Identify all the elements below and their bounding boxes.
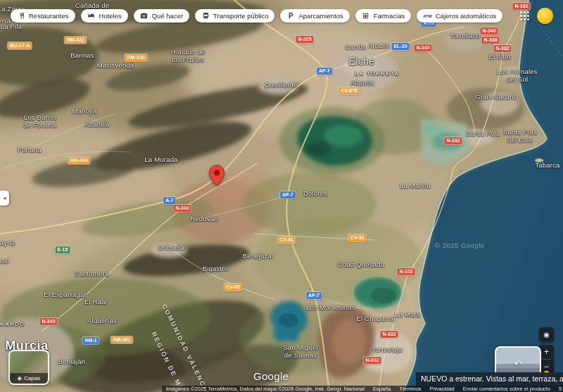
map-pin[interactable] <box>208 165 225 189</box>
chip-label: Farmacias <box>374 12 405 20</box>
street-view-arrow-icon: ↶ <box>512 357 523 369</box>
chip-label: Restaurantes <box>29 12 69 20</box>
chip-restaurantes[interactable]: Restaurantes <box>11 9 75 23</box>
satellite-imagery[interactable] <box>0 0 563 392</box>
restaurant-icon <box>17 12 25 20</box>
pharmacy-icon <box>362 12 370 20</box>
chip-label: Hoteles <box>99 12 122 20</box>
layers-label: Capas <box>24 375 40 381</box>
chip-farmacias[interactable]: Farmacias <box>355 9 411 23</box>
map-copyright-watermark: © 2025 Google <box>435 241 485 249</box>
layers-icon: ◈ <box>18 376 22 381</box>
apps-grid-icon[interactable] <box>520 11 529 20</box>
google-logo[interactable]: Google <box>253 370 289 382</box>
chip-transporte-publico[interactable]: Transporte público <box>195 9 274 23</box>
camera-icon <box>140 12 148 20</box>
chip-aparcamientos[interactable]: P Aparcamientos <box>280 9 349 23</box>
category-chip-bar: Restaurantes Hoteles Qué hacer Transport… <box>11 9 502 23</box>
google-maps-app: La ZarzaCañada deierraLa PilaBarinasMaci… <box>0 0 563 392</box>
scale-label: 5 km <box>559 386 563 392</box>
imagery-credit: Imágenes ©2025 TerraMetrics, Datos del m… <box>166 386 365 392</box>
chip-label: Qué hacer <box>152 12 183 20</box>
parking-icon: P <box>286 12 295 20</box>
chip-que-hacer[interactable]: Qué hacer <box>134 9 189 23</box>
map-pin-icon <box>208 165 225 186</box>
chip-label: Aparcamientos <box>298 12 343 20</box>
my-location-icon: ◉ <box>543 331 550 339</box>
chevron-left-icon: ◂ <box>3 195 6 201</box>
hotel-icon <box>87 12 96 20</box>
chip-label: Transporte público <box>213 12 268 20</box>
atm-icon: ATM <box>423 12 432 20</box>
attribution-bar: Imágenes ©2025 TerraMetrics, Datos del m… <box>162 386 563 392</box>
side-panel-collapse-button[interactable]: ◂ <box>0 191 9 206</box>
chip-cajeros[interactable]: ATM Cajeros automáticos <box>417 9 502 23</box>
my-location-button[interactable]: ◉ <box>539 327 554 342</box>
chip-hoteles[interactable]: Hoteles <box>81 9 128 23</box>
promo-banner[interactable]: NUEVO a estrenar. Vistas al mar, terraza… <box>416 372 563 386</box>
attribution-link-feedback[interactable]: Enviar comentarios sobre el producto <box>463 386 550 392</box>
layers-widget[interactable]: ◈ Capas <box>8 350 49 385</box>
attribution-link-terminos[interactable]: Términos <box>399 386 421 392</box>
chip-label: Cajeros automáticos <box>436 12 497 20</box>
profile-avatar[interactable] <box>537 8 553 24</box>
attribution-link-privacidad[interactable]: Privacidad <box>430 386 455 392</box>
transit-icon <box>201 12 210 20</box>
attribution-link-espana[interactable]: España <box>373 386 391 392</box>
zoom-in-button[interactable]: + <box>539 345 554 359</box>
